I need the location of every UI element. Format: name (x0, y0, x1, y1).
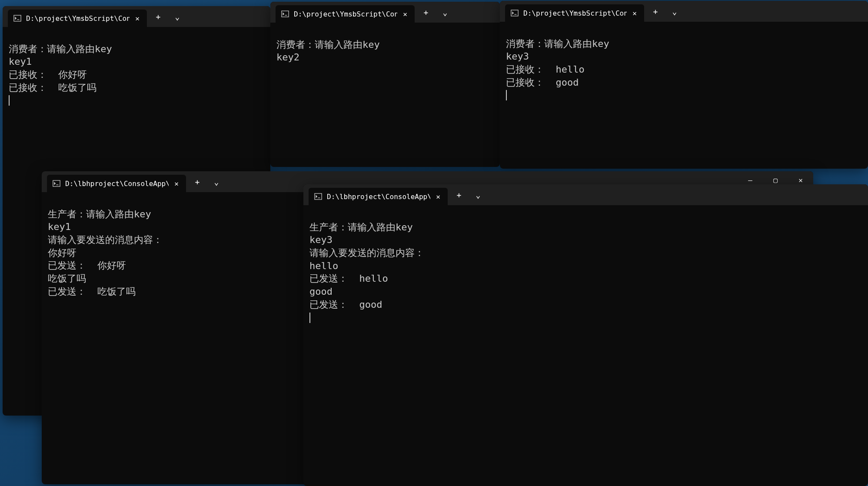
output-line: good (309, 286, 333, 297)
titlebar[interactable]: D:\lbhproject\ConsoleApp\Cc ✕ + ⌄ (303, 184, 868, 205)
output-line: key1 (48, 221, 71, 232)
terminal-output[interactable]: 消费者：请输入路由key key3 已接收： hello 已接收： good (500, 22, 868, 169)
output-line: 请输入要发送的消息内容： (48, 234, 163, 245)
output-line: key3 (309, 234, 333, 245)
terminal-icon (13, 14, 22, 23)
new-tab-button[interactable]: + (416, 3, 436, 21)
output-line: 已发送： 你好呀 (48, 260, 126, 271)
tab-title: D:\project\YmsbScript\Conso (523, 9, 627, 17)
tab-active[interactable]: D:\lbhproject\ConsoleApp\Cc ✕ (47, 175, 186, 192)
new-tab-button[interactable]: + (188, 173, 207, 190)
terminal-window-producer-key3: D:\lbhproject\ConsoleApp\Cc ✕ + ⌄ 生产者：请输… (303, 184, 868, 486)
close-tab-icon[interactable]: ✕ (172, 179, 181, 188)
titlebar-actions: + ⌄ (448, 184, 489, 205)
tab-dropdown-button[interactable]: ⌄ (207, 173, 226, 190)
terminal-icon (281, 10, 289, 18)
titlebar[interactable]: D:\project\YmsbScript\Conso ✕ + ⌄ (270, 2, 500, 23)
close-tab-icon[interactable]: ✕ (401, 10, 409, 18)
output-line: key3 (506, 51, 529, 62)
new-tab-button[interactable]: + (646, 3, 665, 20)
output-line: 已接收： 你好呀 (9, 69, 87, 80)
tab-active[interactable]: D:\lbhproject\ConsoleApp\Cc ✕ (309, 188, 448, 205)
terminal-icon (314, 192, 323, 201)
output-line: 已接收： hello (506, 64, 585, 75)
output-line: key2 (276, 52, 299, 63)
tab-title: D:\lbhproject\ConsoleApp\Cc (327, 193, 430, 201)
output-line: 消费者：请输入路由key (276, 39, 380, 50)
cursor (506, 90, 507, 100)
tab-active[interactable]: D:\project\YmsbScript\Conso ✕ (276, 5, 415, 23)
output-line: 已接收： 吃饭了吗 (9, 82, 97, 93)
close-tab-icon[interactable]: ✕ (630, 9, 639, 17)
tab-dropdown-button[interactable]: ⌄ (665, 3, 684, 20)
titlebar[interactable]: D:\project\YmsbScript\Conso ✕ + ⌄ (3, 6, 270, 27)
close-tab-icon[interactable]: ✕ (133, 14, 142, 23)
terminal-output[interactable]: 生产者：请输入路由key key3 请输入要发送的消息内容： hello 已发送… (303, 205, 868, 486)
output-line: 吃饭了吗 (48, 273, 86, 284)
terminal-icon (510, 9, 519, 17)
output-line: hello (309, 260, 338, 271)
close-tab-icon[interactable]: ✕ (434, 192, 442, 201)
output-line: 生产者：请输入路由key (309, 222, 413, 233)
titlebar-actions: + ⌄ (186, 171, 228, 192)
new-tab-button[interactable]: + (149, 8, 168, 25)
output-line: 消费者：请输入路由key (9, 43, 112, 54)
terminal-window-consumer-key3: D:\project\YmsbScript\Conso ✕ + ⌄ 消费者：请输… (500, 1, 868, 169)
titlebar-actions: + ⌄ (415, 2, 456, 23)
output-line: 你好呀 (48, 247, 76, 258)
output-line: 已接收： good (506, 77, 579, 88)
cursor (9, 95, 10, 106)
output-line: 已发送： good (309, 299, 382, 310)
cursor (309, 312, 310, 323)
terminal-output[interactable]: 消费者：请输入路由key key2 (270, 23, 500, 167)
titlebar-actions: + ⌄ (147, 6, 189, 27)
tab-dropdown-button[interactable]: ⌄ (469, 186, 488, 203)
new-tab-button[interactable]: + (449, 186, 469, 203)
output-line: 生产者：请输入路由key (48, 209, 151, 220)
tab-active[interactable]: D:\project\YmsbScript\Conso ✕ (505, 4, 644, 22)
titlebar-actions: + ⌄ (644, 1, 686, 22)
tab-title: D:\project\YmsbScript\Conso (294, 10, 397, 18)
titlebar[interactable]: D:\project\YmsbScript\Conso ✕ + ⌄ (500, 1, 868, 22)
output-line: 已发送： hello (309, 273, 388, 284)
terminal-icon (52, 179, 61, 188)
output-line: 已发送： 吃饭了吗 (48, 286, 136, 297)
output-line: 请输入要发送的消息内容： (309, 247, 424, 258)
tab-active[interactable]: D:\project\YmsbScript\Conso ✕ (8, 10, 147, 27)
tab-title: D:\project\YmsbScript\Conso (26, 14, 130, 23)
tab-dropdown-button[interactable]: ⌄ (436, 3, 455, 21)
terminal-window-consumer-key2: D:\project\YmsbScript\Conso ✕ + ⌄ 消费者：请输… (270, 2, 500, 167)
tab-title: D:\lbhproject\ConsoleApp\Cc (65, 180, 169, 188)
tab-dropdown-button[interactable]: ⌄ (168, 8, 187, 25)
output-line: key1 (9, 56, 32, 67)
output-line: 消费者：请输入路由key (506, 38, 609, 49)
